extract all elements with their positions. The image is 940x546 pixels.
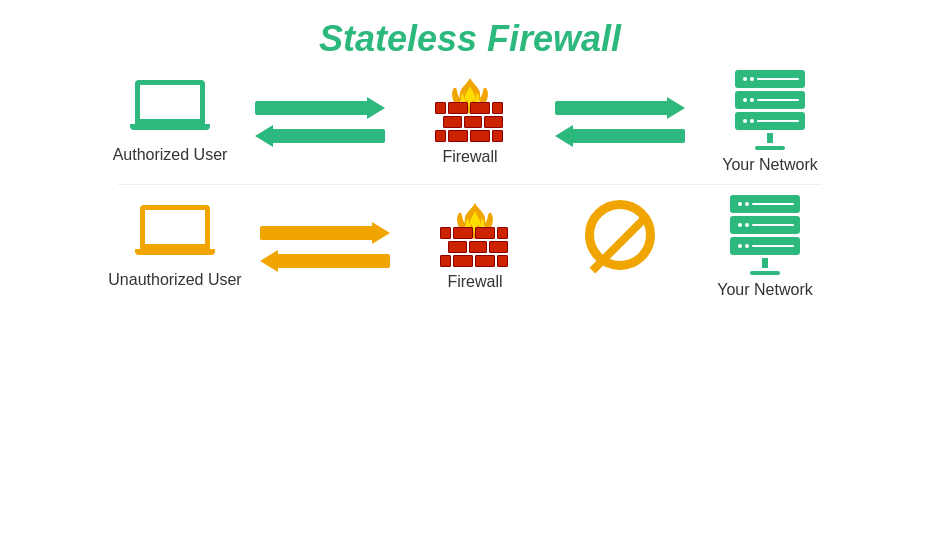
laptop-screen-green: [135, 80, 205, 124]
firewall-icon-2: [440, 203, 510, 267]
server-dot: [738, 223, 742, 227]
server-dot: [745, 244, 749, 248]
network-label-1: Your Network: [722, 156, 817, 174]
network-node-1: Your Network: [690, 70, 850, 174]
unauthorized-user-node: Unauthorized User: [95, 205, 255, 289]
server-line: [757, 78, 799, 80]
server-dot: [745, 223, 749, 227]
shaft: [273, 129, 385, 143]
arrows-authorized-to-firewall: [250, 97, 390, 147]
laptop-green-icon: [130, 80, 210, 140]
shaft: [260, 226, 372, 240]
arrowhead: [555, 125, 573, 147]
arrowhead: [372, 222, 390, 244]
arrow-left-green-2: [555, 125, 685, 147]
server-icon-1: [735, 70, 805, 150]
page-title: Stateless Firewall: [319, 18, 621, 60]
firewall-label-1: Firewall: [442, 148, 497, 166]
server-line: [752, 203, 794, 205]
server-stand: [762, 258, 768, 268]
firewall-node-1: Firewall: [390, 78, 550, 166]
shaft: [555, 101, 667, 115]
block-icon: [585, 200, 655, 270]
laptop-base-green: [130, 124, 210, 130]
server-dot: [738, 244, 742, 248]
shaft: [573, 129, 685, 143]
arrow-right-gold-1: [260, 222, 390, 244]
server-line: [757, 120, 799, 122]
authorized-row: Authorized User: [30, 70, 910, 174]
block-symbol-node: -: [555, 200, 685, 294]
arrowhead: [367, 97, 385, 119]
server-dot: [750, 98, 754, 102]
arrowhead: [255, 125, 273, 147]
server-line: [757, 99, 799, 101]
arrows-firewall-to-network: [550, 97, 690, 147]
shaft: [278, 254, 390, 268]
shaft: [255, 101, 367, 115]
server-dot: [745, 202, 749, 206]
server-base: [755, 146, 785, 150]
server-icon-2: [730, 195, 800, 275]
authorized-user-label: Authorized User: [113, 146, 228, 164]
server-dot: [743, 98, 747, 102]
brick-wall-1: [435, 102, 503, 142]
server-dot: [750, 77, 754, 81]
firewall-icon-1: [435, 78, 505, 142]
server-dot: [743, 119, 747, 123]
network-label-2: Your Network: [717, 281, 812, 299]
laptop-screen-gold: [140, 205, 210, 249]
arrow-left-green-1: [255, 125, 385, 147]
laptop-gold-icon: [135, 205, 215, 265]
server-dot: [738, 202, 742, 206]
authorized-user-node: Authorized User: [90, 80, 250, 164]
arrow-left-gold-1: [260, 250, 390, 272]
firewall-node-2: Firewall: [395, 203, 555, 291]
arrowhead: [260, 250, 278, 272]
server-dot: [750, 119, 754, 123]
diagram-container: Authorized User: [0, 70, 940, 299]
arrow-right-green-1: [255, 97, 385, 119]
arrowhead: [667, 97, 685, 119]
unauthorized-row: Unauthorized User: [30, 195, 910, 299]
arrow-right-green-2: [555, 97, 685, 119]
server-line: [752, 245, 794, 247]
firewall-label-2: Firewall: [447, 273, 502, 291]
block-label: -: [617, 276, 622, 294]
arrows-unauthorized-to-firewall: [255, 222, 395, 272]
network-node-2: Your Network: [685, 195, 845, 299]
divider: [118, 184, 822, 185]
laptop-base-gold: [135, 249, 215, 255]
brick-wall-2: [440, 227, 508, 267]
server-line: [752, 224, 794, 226]
server-dot: [743, 77, 747, 81]
server-base: [750, 271, 780, 275]
unauthorized-user-label: Unauthorized User: [108, 271, 241, 289]
server-stand: [767, 133, 773, 143]
